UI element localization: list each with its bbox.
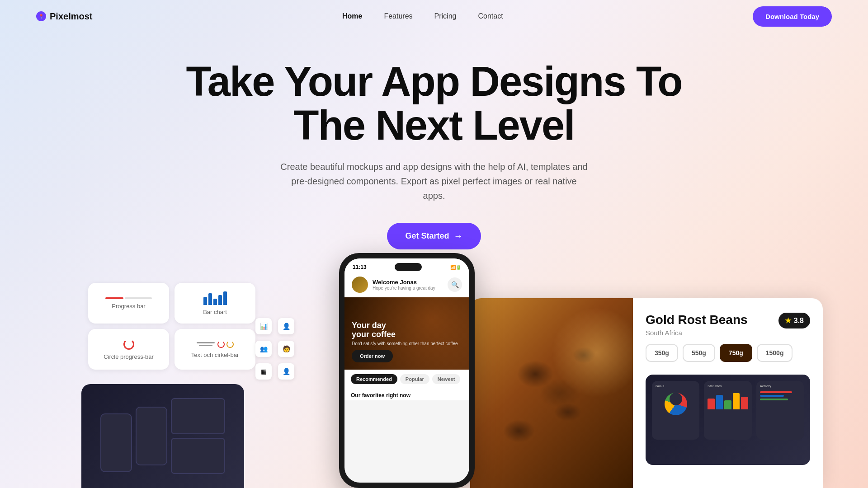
bar-chart-label: Bar chart (203, 309, 227, 315)
phone-tab-newest[interactable]: Newest (432, 374, 461, 384)
navbar: 📍 Pixelmost Home Features Pricing Contac… (0, 0, 868, 33)
text-circle-card: Text och cirkel-bar (175, 329, 255, 370)
phone-status-bar: 11:13 📶🔋 (344, 258, 469, 272)
phone-order-button[interactable]: Order now (352, 350, 393, 362)
product-image (470, 298, 633, 488)
arrow-icon: → (454, 231, 463, 241)
mini-screen-2: Statistics (704, 381, 751, 440)
phone-hero-title: Your day your coffee (352, 321, 462, 339)
hero-section: Take Your App Designs To The Next Level … (0, 33, 868, 249)
mockup-area: Progress bar Bar chart Circle progress-b… (0, 271, 868, 488)
circle-small-1 (217, 341, 225, 348)
component-grid: Progress bar Bar chart Circle progress-b… (88, 283, 255, 370)
download-today-button[interactable]: Download Today (753, 6, 832, 27)
logo-icon: 📍 (36, 11, 46, 21)
logo-text: Pixelmost (50, 11, 92, 22)
mini-screen-stats: Statistics (708, 385, 748, 388)
hero-headline-line1: Take Your App Designs To (186, 58, 682, 104)
devices-preview (81, 384, 244, 488)
mini-screen-3: Activity (756, 381, 804, 440)
circle-progress-label: Circle progress-bar (104, 353, 154, 360)
device-mini-2 (136, 407, 167, 465)
components-panel: Progress bar Bar chart Circle progress-b… (88, 283, 255, 375)
device-wide-group (171, 398, 225, 474)
hero-headline: Take Your App Designs To The Next Level (185, 60, 683, 147)
phone-header: Welcome Jonas Hope you're having a great… (344, 272, 469, 297)
size-550g[interactable]: 550g (683, 344, 715, 362)
nav-pricing[interactable]: Pricing (434, 12, 457, 20)
phone-screen: 11:13 📶🔋 Welcome Jonas Hope you're havin… (344, 258, 469, 483)
circle-progress-visual (123, 339, 134, 350)
circle-indicators (217, 341, 234, 348)
bar5 (223, 291, 227, 305)
size-750g[interactable]: 750g (720, 344, 752, 362)
mini-screen-goals: Goals (656, 385, 696, 388)
phone-hero-text: Your day your coffee Don't satisfy with … (352, 321, 462, 362)
activity-bar-2 (760, 395, 784, 397)
mini-bar-3 (724, 400, 731, 409)
bar4 (218, 295, 222, 305)
phone-tabs: Recommended Popular Newest (344, 370, 469, 389)
circle-small-2 (226, 341, 234, 348)
mini-phones-preview: Goals Statistics Activity (646, 375, 810, 465)
product-beans-visual (470, 298, 633, 488)
logo[interactable]: 📍 Pixelmost (36, 11, 92, 22)
nav-links: Home Features Pricing Contact (342, 12, 503, 20)
phone-section-title: Our favorites right now (344, 389, 469, 400)
product-origin: South Africa (646, 329, 748, 337)
phone-mockup: 11:13 📶🔋 Welcome Jonas Hope you're havin… (339, 253, 475, 488)
get-started-button[interactable]: Get Started → (387, 223, 481, 249)
mini-bar-2 (716, 395, 723, 409)
progress-bar-fill (105, 297, 123, 299)
bar1 (203, 297, 207, 305)
person3-icon-chip: 👤 (278, 363, 294, 380)
mini-bar-5 (741, 397, 748, 409)
phone-avatar (352, 277, 368, 293)
side-icons: 📊 👤 👥 🧑 ▦ 👤 (255, 318, 294, 380)
mini-screen-activity: Activity (760, 385, 800, 388)
nav-home[interactable]: Home (342, 12, 362, 20)
side-icon-row-2: 👥 🧑 (255, 341, 294, 357)
person-icon-chip: 👤 (278, 318, 294, 334)
activity-bar-1 (760, 391, 792, 393)
phone-hero-desc: Don't satisfy with something other than … (352, 341, 462, 346)
text-line-2 (199, 345, 212, 346)
phone-tab-recommended[interactable]: Recommended (351, 374, 397, 384)
phone-search-button[interactable]: 🔍 (448, 277, 462, 292)
phone-tab-popular[interactable]: Popular (400, 374, 429, 384)
chart-icon-chip: 📊 (255, 318, 272, 334)
product-header: Gold Rost Beans South Africa ★ 3.8 (646, 313, 810, 337)
product-name: Gold Rost Beans (646, 313, 748, 327)
mini-bar-4 (733, 393, 740, 409)
rating-badge: ★ 3.8 (778, 313, 810, 328)
star-icon: ★ (785, 316, 791, 325)
grid-icon-chip: ▦ (255, 363, 272, 380)
phone-welcome: Welcome Jonas Hope you're having a great… (373, 279, 448, 291)
phone-notch (395, 263, 422, 271)
progress-bar-track (125, 297, 152, 299)
mini-bar-1 (708, 399, 714, 409)
size-options: 350g 550g 750g 1500g (646, 344, 810, 362)
text-circle-visual (197, 341, 234, 348)
nav-features[interactable]: Features (384, 12, 412, 20)
size-1500g[interactable]: 1500g (757, 344, 793, 362)
hero-subtext: Create beautiful mockups and app designs… (280, 160, 588, 203)
circle-progress-card: Circle progress-bar (88, 329, 169, 370)
side-icon-row-1: 📊 👤 (255, 318, 294, 334)
bar-chart-card: Bar chart (175, 283, 255, 324)
person2-icon-chip: 🧑 (278, 341, 294, 357)
hero-headline-line2: The Next Level (293, 102, 574, 148)
get-started-label: Get Started (405, 231, 449, 241)
phone-welcome-sub: Hope you're having a great day (373, 286, 448, 291)
activity-bar-3 (760, 399, 788, 400)
phone-hero-image: Your day your coffee Don't satisfy with … (344, 297, 469, 370)
bar2 (208, 293, 212, 305)
people-icon-chip: 👥 (255, 341, 272, 357)
progress-bar-label: Progress bar (112, 303, 145, 310)
bar-chart-visual (203, 291, 227, 305)
nav-contact[interactable]: Contact (478, 12, 503, 20)
size-350g[interactable]: 350g (646, 344, 678, 362)
phone-status-icons: 📶🔋 (450, 265, 461, 270)
side-icon-row-3: ▦ 👤 (255, 363, 294, 380)
device-wide-2 (171, 438, 225, 474)
